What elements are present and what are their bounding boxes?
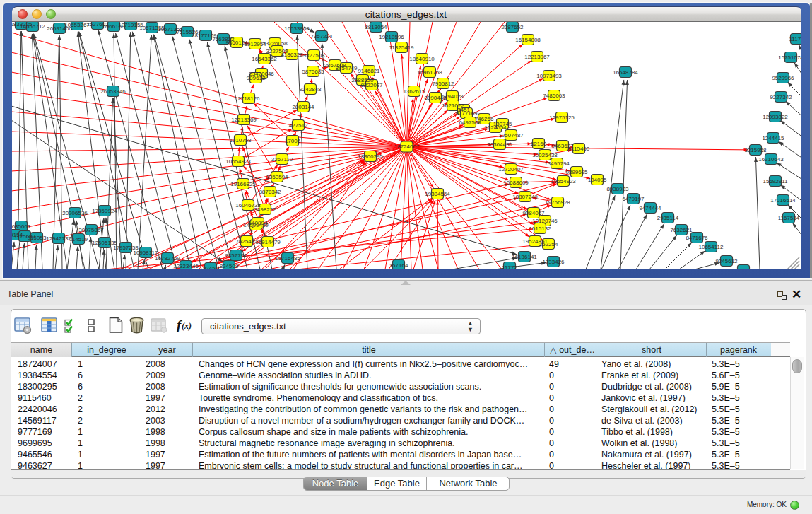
svg-text:104095: 104095 — [588, 177, 607, 183]
svg-text:10654112: 10654112 — [699, 244, 724, 250]
svg-text:20206536: 20206536 — [62, 210, 88, 216]
svg-text:2935114: 2935114 — [657, 215, 679, 221]
svg-text:7955812: 7955812 — [432, 81, 454, 87]
svg-text:1362615: 1362615 — [403, 88, 425, 95]
svg-text:9529966: 9529966 — [772, 75, 794, 81]
svg-text:10120746: 10120746 — [532, 218, 558, 224]
svg-text:11772: 11772 — [502, 264, 517, 269]
svg-text:9372: 9372 — [737, 267, 750, 269]
svg-text:26053346: 26053346 — [100, 88, 126, 95]
svg-text:130745: 130745 — [493, 121, 512, 127]
svg-text:8990448: 8990448 — [424, 95, 447, 101]
svg-text:1353594: 1353594 — [266, 174, 288, 180]
svg-text:(x): (x) — [182, 321, 192, 331]
svg-text:14055712: 14055712 — [20, 23, 45, 30]
svg-text:635061: 635061 — [12, 223, 31, 230]
svg-text:53226058: 53226058 — [262, 40, 288, 47]
svg-text:10688609: 10688609 — [503, 180, 529, 186]
svg-text:1010758: 1010758 — [229, 137, 252, 144]
svg-text:824509: 824509 — [220, 263, 239, 269]
svg-text:0899695: 0899695 — [565, 169, 588, 175]
svg-text:19384554: 19384554 — [425, 191, 450, 197]
svg-text:157164: 157164 — [389, 262, 408, 269]
svg-text:114519: 114519 — [69, 236, 88, 243]
svg-text:2087652: 2087652 — [501, 24, 524, 30]
svg-text:10507487: 10507487 — [498, 132, 524, 139]
svg-text:3498222: 3498222 — [254, 206, 276, 213]
svg-text:18724007: 18724007 — [394, 144, 420, 150]
svg-text:8938923: 8938923 — [606, 186, 629, 192]
svg-text:2803144: 2803144 — [292, 104, 314, 110]
svg-text:92450: 92450 — [203, 265, 219, 269]
svg-text:11325419: 11325419 — [389, 45, 415, 51]
svg-text:1615132: 1615132 — [529, 226, 551, 232]
svg-text:16543362: 16543362 — [252, 56, 277, 62]
svg-text:8878342: 8878342 — [259, 189, 281, 195]
svg-text:1167534: 1167534 — [778, 215, 800, 221]
svg-text:17359924: 17359924 — [92, 208, 117, 214]
svg-text:7485063: 7485063 — [543, 93, 565, 99]
svg-text:252254: 252254 — [539, 241, 558, 247]
svg-text:915053: 915053 — [28, 235, 47, 241]
svg-text:18300295: 18300295 — [358, 153, 383, 160]
svg-text:5875685: 5875685 — [302, 69, 324, 75]
svg-text:9245612: 9245612 — [715, 258, 738, 264]
svg-text:12975125: 12975125 — [549, 115, 575, 121]
svg-text:12323446: 12323446 — [173, 263, 199, 269]
svg-text:8186328: 8186328 — [281, 52, 303, 58]
svg-text:9084067: 9084067 — [522, 210, 545, 216]
svg-text:9227342: 9227342 — [770, 94, 792, 100]
svg-text:3215958: 3215958 — [744, 147, 767, 153]
svg-text:16782759: 16782759 — [155, 255, 180, 262]
svg-text:18807249: 18807249 — [512, 194, 538, 200]
svg-text:8471676: 8471676 — [686, 235, 708, 241]
svg-text:1244415: 1244415 — [762, 135, 784, 141]
svg-text:427512: 427512 — [289, 122, 308, 129]
svg-text:19166825: 19166825 — [230, 181, 256, 187]
svg-text:12213369: 12213369 — [231, 117, 257, 123]
svg-text:19654923: 19654923 — [551, 178, 576, 185]
svg-text:17006: 17006 — [285, 138, 301, 144]
svg-text:19756928: 19756928 — [545, 199, 570, 206]
svg-text:12942737: 12942737 — [46, 235, 71, 242]
svg-text:10654923: 10654923 — [225, 158, 251, 165]
svg-text:8322037: 8322037 — [360, 82, 383, 88]
svg-text:16154808: 16154808 — [515, 37, 541, 43]
svg-text:10025438: 10025438 — [532, 152, 558, 158]
svg-text:7357224: 7357224 — [310, 33, 333, 40]
svg-text:6497568: 6497568 — [459, 119, 481, 126]
svg-text:9146821: 9146821 — [358, 68, 380, 74]
svg-text:30975867: 30975867 — [78, 227, 104, 233]
svg-text:16210643: 16210643 — [758, 156, 784, 163]
svg-text:16961758: 16961758 — [417, 69, 442, 76]
svg-text:16914479: 16914479 — [255, 239, 281, 245]
svg-text:9115460: 9115460 — [568, 146, 590, 152]
svg-text:9857791: 9857791 — [225, 252, 247, 259]
svg-text:9242848: 9242848 — [299, 86, 322, 93]
svg-text:10973493: 10973493 — [536, 73, 562, 79]
svg-text:17016514: 17016514 — [770, 197, 796, 204]
svg-text:19218596: 19218596 — [379, 34, 404, 40]
svg-text:16648784: 16648784 — [613, 69, 638, 76]
svg-text:20364436: 20364436 — [487, 141, 512, 148]
svg-text:12720407: 12720407 — [498, 166, 524, 173]
svg-text:13495794: 13495794 — [544, 160, 570, 167]
svg-text:18640910: 18640910 — [409, 56, 435, 62]
svg-text:62160: 62160 — [531, 141, 547, 147]
svg-text:7632621: 7632621 — [670, 227, 693, 233]
svg-text:3267110: 3267110 — [271, 156, 293, 163]
svg-text:15692911: 15692911 — [763, 178, 789, 185]
svg-text:16136141: 16136141 — [512, 254, 537, 260]
svg-text:15716485: 15716485 — [275, 255, 300, 262]
svg-text:8454749: 8454749 — [335, 65, 358, 71]
svg-text:12213967: 12213967 — [524, 54, 550, 60]
svg-text:2718126: 2718126 — [237, 95, 260, 102]
svg-text:15751074: 15751074 — [778, 54, 801, 61]
svg-text:140994: 140994 — [249, 220, 268, 226]
svg-text:9474444: 9474444 — [639, 205, 661, 211]
svg-text:1733426: 1733426 — [542, 259, 565, 265]
svg-text:989612: 989612 — [247, 75, 266, 81]
svg-text:16033809: 16033809 — [284, 25, 310, 32]
svg-text:6479197: 6479197 — [622, 196, 645, 202]
svg-text:9327508: 9327508 — [302, 52, 325, 59]
